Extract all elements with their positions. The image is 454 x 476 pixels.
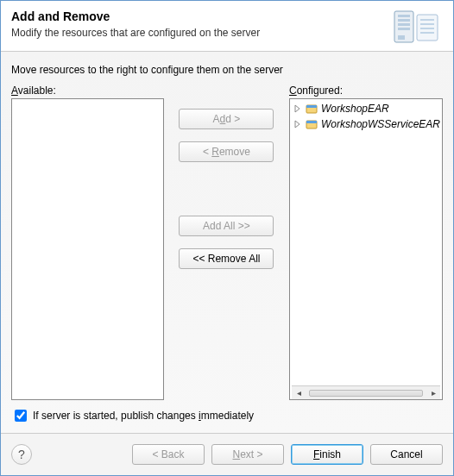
ear-module-icon: [306, 103, 318, 115]
dialog-subtitle: Modify the resources that are configured…: [11, 27, 391, 39]
tree-item-label: WorkshopWSServiceEAR: [321, 118, 440, 130]
scroll-right-arrow-icon[interactable]: ▸: [428, 388, 438, 398]
cancel-button[interactable]: Cancel: [370, 444, 443, 465]
add-all-button[interactable]: Add All >>: [179, 216, 274, 236]
ear-module-icon: [306, 118, 318, 130]
instructions-text: Move resources to the right to configure…: [11, 64, 443, 76]
svg-rect-14: [306, 121, 317, 123]
configured-label: Configured:: [289, 85, 443, 97]
svg-rect-5: [398, 35, 405, 40]
configured-listbox[interactable]: WorkshopEAR WorkshopWSServiceEAR ◂: [289, 98, 443, 400]
svg-rect-2: [398, 19, 410, 22]
available-listbox[interactable]: [11, 98, 164, 400]
dialog-title: Add and Remove: [11, 9, 391, 23]
remove-all-button[interactable]: << Remove All: [179, 248, 274, 269]
expand-caret-icon[interactable]: [293, 120, 302, 128]
svg-rect-12: [306, 105, 317, 108]
dialog-footer: ? < Back Next > Finish Cancel: [1, 433, 453, 475]
dialog-body: Move resources to the right to configure…: [1, 52, 453, 433]
dialog-header: Add and Remove Modify the resources that…: [1, 1, 453, 52]
server-config-icon: [391, 9, 443, 44]
remove-button[interactable]: < Remove: [179, 141, 274, 162]
scroll-thumb[interactable]: [309, 390, 423, 397]
help-icon[interactable]: ?: [11, 444, 32, 465]
available-label: Available:: [11, 85, 164, 97]
next-button[interactable]: Next >: [211, 444, 284, 465]
back-button[interactable]: < Back: [132, 444, 205, 465]
scroll-left-arrow-icon[interactable]: ◂: [293, 388, 304, 398]
svg-rect-3: [398, 23, 410, 26]
svg-rect-1: [398, 15, 410, 17]
publish-immediately-label: If server is started, publish changes im…: [33, 410, 254, 422]
svg-rect-4: [398, 28, 410, 30]
add-button[interactable]: Add >: [179, 109, 274, 129]
publish-immediately-checkbox[interactable]: [15, 410, 27, 422]
tree-item[interactable]: WorkshopWSServiceEAR: [292, 116, 440, 132]
tree-item-label: WorkshopEAR: [321, 103, 389, 115]
horizontal-scrollbar[interactable]: ◂ ▸: [292, 385, 440, 399]
expand-caret-icon[interactable]: [293, 104, 302, 113]
tree-item[interactable]: WorkshopEAR: [292, 101, 440, 116]
finish-button[interactable]: Finish: [291, 444, 363, 465]
